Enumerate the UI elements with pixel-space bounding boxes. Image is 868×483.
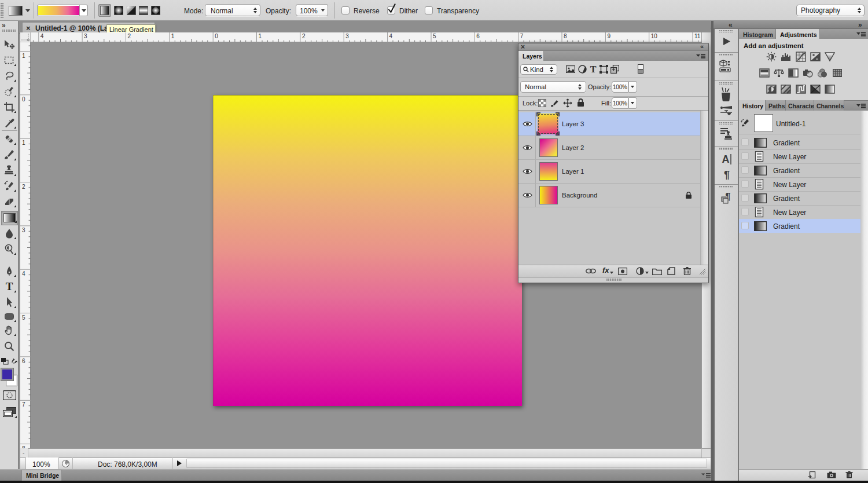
svg-text:2: 2 xyxy=(128,33,131,39)
svg-text:6: 6 xyxy=(22,358,25,364)
svg-text:1: 1 xyxy=(22,140,25,146)
svg-text:4: 4 xyxy=(22,270,25,277)
svg-text:0: 0 xyxy=(215,33,218,39)
svg-text:10: 10 xyxy=(651,33,658,39)
svg-text:11: 11 xyxy=(694,33,701,39)
svg-text:7: 7 xyxy=(22,401,25,408)
svg-text:A: A xyxy=(722,153,730,165)
svg-text:3: 3 xyxy=(22,227,25,233)
svg-text:9: 9 xyxy=(607,33,610,39)
svg-text:4: 4 xyxy=(41,33,44,39)
svg-text:3: 3 xyxy=(84,33,87,39)
svg-text:3: 3 xyxy=(345,33,349,39)
svg-text:5: 5 xyxy=(433,33,436,39)
svg-text:4: 4 xyxy=(389,33,393,39)
svg-text:5: 5 xyxy=(22,314,25,321)
svg-text:1: 1 xyxy=(259,33,262,39)
svg-text:2: 2 xyxy=(302,33,306,39)
svg-text:1: 1 xyxy=(22,53,25,59)
svg-text:¶: ¶ xyxy=(724,169,730,181)
svg-text:0: 0 xyxy=(22,96,25,103)
svg-text:2: 2 xyxy=(22,184,25,190)
svg-text:T: T xyxy=(590,65,597,73)
svg-text:8: 8 xyxy=(564,33,567,39)
svg-text:1: 1 xyxy=(171,33,175,39)
svg-text:6: 6 xyxy=(476,33,480,39)
svg-text:7: 7 xyxy=(520,33,524,39)
svg-text:T: T xyxy=(6,281,13,292)
